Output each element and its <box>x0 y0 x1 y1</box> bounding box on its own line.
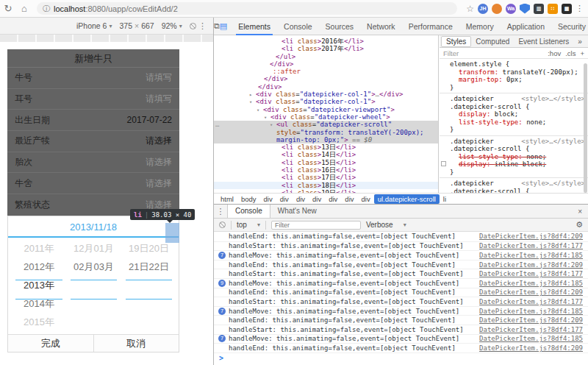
pseudo-state-toggle[interactable]: :hov <box>548 49 561 57</box>
breadcrumb-item[interactable]: div <box>276 194 293 204</box>
breadcrumb-item[interactable]: div <box>325 194 341 204</box>
extension-icon-wa[interactable]: Wa <box>506 4 516 14</box>
style-property[interactable]: display: block; <box>450 110 585 118</box>
elements-node[interactable]: </div> <box>214 83 438 91</box>
elements-node[interactable]: ▸<div class="datepicker-col-1">…</div> <box>214 91 438 98</box>
style-property[interactable]: margin-top: 0px; <box>450 76 585 84</box>
console-source-link[interactable]: DatePickerItem.js?8df4:177 <box>479 270 583 277</box>
drawer-close-icon[interactable]: × <box>578 205 588 218</box>
console-source-link[interactable]: DatePickerItem.js?8df4:209 <box>479 261 583 269</box>
elements-node[interactable]: ▾<div class="datepicker-wheel"> <box>214 113 438 121</box>
console-message[interactable]: handleEnd: this.animating=false,event=[o… <box>214 343 588 352</box>
datepicker-wheels[interactable]: 2011年2012年2013年2014年2015年12月01月02月03月19日… <box>8 239 179 335</box>
style-property[interactable]: list-style-type: none; <box>450 118 585 127</box>
console-source-link[interactable]: DatePickerItem.js?8df4:209 <box>479 288 583 296</box>
devtools-tab-network[interactable]: Network <box>360 18 402 35</box>
console-message[interactable]: 7handleMove: this.animating=false,event=… <box>214 334 588 344</box>
console-source-link[interactable]: DatePickerItem.js?8df4:177 <box>479 298 583 305</box>
styles-tab-event-listeners[interactable]: Event Listeners <box>514 37 573 46</box>
extension-icon-qr[interactable]: ▦ <box>562 4 572 14</box>
console-source-link[interactable]: DatePickerItem.js?8df4:185 <box>479 280 583 287</box>
done-button[interactable]: 完成 <box>8 335 94 352</box>
property-checkbox[interactable] <box>441 161 446 166</box>
elements-node[interactable]: ▾<div class="datepicker-viewport"> <box>214 106 438 113</box>
form-row[interactable]: 出生日期2017-07-22 <box>7 110 179 131</box>
picker-option[interactable]: 2012年 <box>15 258 62 276</box>
extension-icon-film[interactable]: ▥ <box>534 4 544 14</box>
reload-icon[interactable]: ↻ <box>0 3 16 14</box>
elements-node[interactable]: <li class>16日</li> <box>214 166 438 174</box>
picker-option[interactable]: 02月03月 <box>71 258 117 276</box>
extension-icon-orange-ball[interactable] <box>492 4 502 14</box>
console-message[interactable]: handleStart: this.animating=false,event=… <box>214 269 588 278</box>
rule-selector[interactable]: .datepicker-scroll { <box>450 145 529 153</box>
tree-arrow-icon[interactable]: ▾ <box>270 121 276 129</box>
form-row[interactable]: 牛号请填写 <box>7 68 179 89</box>
cancel-button[interactable]: 取消 <box>94 335 179 352</box>
styles-tab-styles[interactable]: Styles <box>441 36 471 47</box>
console-message[interactable]: handleEnd: this.animating=false,event=[o… <box>214 315 588 325</box>
console-filter-input[interactable] <box>271 221 361 230</box>
console-message[interactable]: handleStart: this.animating=false,event=… <box>214 325 588 334</box>
console-settings-gear-icon[interactable]: ⚙ <box>576 220 583 230</box>
breadcrumb-item[interactable]: div <box>309 194 325 204</box>
elements-node[interactable]: <li class>18日</li> <box>214 182 438 189</box>
styles-filter-input[interactable]: Filter <box>443 49 459 57</box>
elements-node[interactable]: </ul> <box>214 53 438 60</box>
console-prompt[interactable]: > <box>214 352 588 363</box>
drawer-tab-what-s-new[interactable]: What's New <box>270 205 324 218</box>
zoom-select[interactable]: 92%▾ <box>162 21 182 30</box>
picker-option[interactable]: 21日22日 <box>126 258 172 276</box>
picker-option[interactable]: 2014年 <box>15 294 62 313</box>
clear-console-icon[interactable] <box>219 222 226 228</box>
extension-icon-orange-grid[interactable]: ∷ <box>548 4 558 14</box>
console-message[interactable]: handleStart: this.animating=false,event=… <box>214 241 588 251</box>
stylesheet-link[interactable]: <style>…</style> <box>521 138 585 146</box>
rule-selector[interactable]: element.style { <box>450 60 509 68</box>
devtools-tab-application[interactable]: Application <box>501 18 551 35</box>
console-message[interactable]: 7handleMove: this.animating=false,event=… <box>214 306 588 316</box>
picker-option[interactable]: 2015年 <box>15 313 62 331</box>
console-message[interactable]: 7handleMove: this.animating=false,event=… <box>214 250 588 260</box>
console-source-link[interactable]: DatePickerItem.js?8df4:185 <box>479 335 583 342</box>
breadcrumb-item[interactable]: div <box>260 194 276 204</box>
page-info-icon[interactable]: ⓘ <box>43 4 50 14</box>
breadcrumb-item[interactable]: html <box>217 194 237 204</box>
address-bar[interactable]: ⓘ localhost:8080/uapp/cowEditAdd/2 <box>37 2 457 15</box>
form-row[interactable]: 耳号请填写 <box>7 89 179 110</box>
console-source-link[interactable]: DatePickerItem.js?8df4:177 <box>479 242 583 249</box>
picker-option[interactable]: 12月01月 <box>71 239 117 258</box>
picker-column-year[interactable]: 2011年2012年2013年2014年2015年 <box>15 239 62 335</box>
style-property[interactable]: display: inline-block; <box>450 160 585 169</box>
breadcrumb-item[interactable]: li <box>440 194 450 204</box>
device-select[interactable]: iPhone 6▾ <box>76 21 112 30</box>
log-level-select[interactable]: Verbose▾ <box>366 221 406 229</box>
picker-option[interactable]: 2013年 <box>15 276 62 294</box>
breadcrumb-item[interactable]: ul.datepicker-scroll <box>374 194 440 204</box>
rule-selector[interactable]: .datepicker <box>450 138 494 146</box>
console-source-link[interactable]: DatePickerItem.js?8df4:209 <box>479 316 583 324</box>
inspect-element-icon[interactable]: ⧉ <box>214 21 220 31</box>
device-toolbar-toggle-icon[interactable]: ▤ <box>220 21 227 31</box>
device-toolbar-menu-icon[interactable]: ⋮ <box>198 21 207 31</box>
devtools-tab-security[interactable]: Security <box>551 18 588 35</box>
console-message[interactable]: handleEnd: this.animating=false,event=[o… <box>214 232 588 241</box>
console-message[interactable]: handleEnd: this.animating=false,event=[o… <box>214 260 588 269</box>
devtools-tab-elements[interactable]: Elements <box>232 18 277 35</box>
elements-node[interactable]: ::after <box>214 68 438 75</box>
style-property[interactable]: list-style-type: none; <box>450 153 585 161</box>
throttling-icon[interactable] <box>190 23 196 29</box>
browser-menu-icon[interactable]: ⋮ <box>576 4 584 13</box>
elements-node[interactable]: …▾<ul class="datepicker-scroll" style="t… <box>214 121 438 143</box>
breadcrumb-item[interactable]: body <box>237 194 260 204</box>
console-source-link[interactable]: DatePickerItem.js?8df4:209 <box>479 344 583 352</box>
styles-tab--[interactable]: » <box>573 37 587 46</box>
console-message[interactable]: 9handleMove: this.animating=false,event=… <box>214 278 588 288</box>
bookmark-star-icon[interactable]: ☆ <box>466 4 474 14</box>
new-style-rule-button[interactable]: + <box>580 49 584 57</box>
elements-node[interactable]: <li class>15日</li> <box>214 159 438 166</box>
extension-icon-shield[interactable] <box>520 4 530 14</box>
console-message[interactable]: handleEnd: this.animating=false,event=[o… <box>214 288 588 297</box>
styles-tab-computed[interactable]: Computed <box>471 37 514 46</box>
elements-node[interactable]: <li class>17日</li> <box>214 174 438 181</box>
